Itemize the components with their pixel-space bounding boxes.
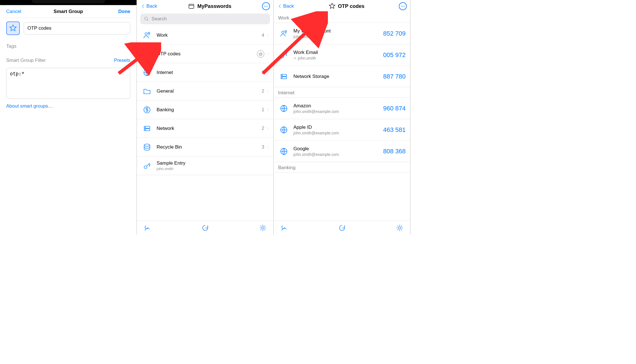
item-label: Sample Entry — [157, 160, 270, 166]
done-button[interactable]: Done — [118, 9, 131, 14]
section-header: Work — [274, 12, 410, 23]
list-item[interactable]: Work 4 — [137, 26, 273, 45]
list-item[interactable]: Internet 3 — [137, 63, 273, 82]
entry-subtitle: john.smith@example.com — [293, 152, 383, 157]
folder-icon — [143, 87, 151, 95]
entry-subtitle: john.smith@example.com — [293, 131, 383, 135]
more-menu-button[interactable]: ⋯ — [262, 2, 270, 10]
item-count: 2 — [262, 88, 264, 94]
more-menu-button[interactable]: ⋯ — [399, 2, 407, 10]
back-button[interactable]: Back — [277, 3, 294, 9]
item-count: 3 — [262, 144, 264, 150]
list-item[interactable]: Banking 1 — [137, 101, 273, 119]
entry-row[interactable]: Googlejohn.smith@example.com 808 368 — [274, 141, 410, 162]
chevron-right-icon — [266, 88, 270, 94]
db-title: MyPasswords — [188, 3, 231, 10]
tags-row[interactable]: Tags — [6, 40, 130, 53]
entry-row[interactable]: Network Storage 887 780 — [274, 66, 410, 87]
status-bar — [0, 0, 137, 5]
chevron-right-icon — [266, 107, 270, 113]
group-title: OTP codes — [328, 3, 365, 10]
section-header: Banking — [274, 162, 410, 173]
globe-icon — [280, 147, 288, 156]
settings-icon[interactable] — [259, 224, 267, 232]
key-icon — [280, 51, 288, 59]
item-count: 4 — [262, 32, 264, 38]
list-item[interactable]: OTP codes @ — [137, 45, 273, 63]
entry-subtitle: john.smith — [293, 56, 383, 60]
entry-row[interactable]: Amazonjohn.smith@example.com 960 874 — [274, 98, 410, 119]
chevron-right-icon — [266, 51, 270, 57]
search-input[interactable]: Search — [140, 14, 270, 24]
entry-row[interactable]: My Work Accountjohn.smith 852 709 — [274, 23, 410, 44]
reference-arrow-icon — [293, 56, 297, 60]
refresh-icon[interactable] — [338, 224, 346, 232]
entry-subtitle: john.smith — [293, 34, 383, 39]
otp-code: 808 368 — [383, 148, 406, 155]
list-item[interactable]: Network 2 — [137, 119, 273, 138]
about-smart-groups-link[interactable]: About smart groups… — [6, 103, 53, 109]
tools-icon[interactable] — [280, 224, 288, 232]
server-icon — [143, 124, 151, 133]
entry-title: My Work Account — [293, 28, 383, 34]
item-label: Network — [157, 126, 262, 131]
otp-code: 852 709 — [383, 30, 406, 37]
chevron-right-icon — [125, 43, 130, 49]
otp-code: 960 874 — [383, 105, 406, 112]
chevron-right-icon — [266, 32, 270, 38]
entry-title: Google — [293, 146, 383, 152]
key-icon — [143, 162, 151, 170]
tags-label: Tags — [6, 43, 16, 49]
chevron-right-icon — [266, 69, 270, 76]
tools-icon[interactable] — [143, 224, 152, 232]
item-label: Internet — [157, 70, 262, 75]
list-item[interactable]: Sample Entryjohn.smith — [137, 156, 273, 175]
item-label: OTP codes — [157, 51, 257, 57]
globe-icon — [280, 104, 288, 113]
person-key-icon — [143, 31, 151, 40]
list-item[interactable]: Recycle Bin 3 — [137, 138, 273, 156]
sheet-title: Smart Group — [54, 9, 83, 14]
chevron-right-icon — [266, 144, 270, 150]
db-icon — [143, 143, 151, 151]
item-subtitle: john.smith — [157, 167, 270, 171]
cancel-button[interactable]: Cancel — [6, 9, 21, 14]
item-label: Recycle Bin — [157, 144, 262, 150]
group-icon-picker[interactable] — [6, 21, 20, 35]
item-label: Work — [157, 32, 262, 38]
navbar: Cancel Smart Group Done — [2, 5, 134, 18]
globe-icon — [280, 126, 288, 134]
refresh-icon[interactable] — [201, 224, 209, 232]
presets-button[interactable]: Presets — [114, 58, 130, 63]
item-count: 3 — [262, 70, 264, 75]
chevron-right-icon — [266, 125, 270, 132]
item-count: 2 — [262, 126, 264, 131]
search-placeholder: Search — [152, 16, 167, 22]
person-key-icon — [280, 29, 288, 38]
star-icon — [328, 3, 336, 10]
item-label: Banking — [157, 107, 262, 113]
settings-icon[interactable] — [395, 224, 404, 232]
otp-code: 005 972 — [383, 51, 406, 59]
at-icon: @ — [257, 50, 264, 58]
item-label: General — [157, 88, 262, 94]
chevron-left-icon — [277, 3, 283, 9]
search-icon — [144, 16, 149, 22]
list-item[interactable]: General 2 — [137, 82, 273, 101]
filter-textarea[interactable]: otp:* — [6, 68, 130, 99]
star-icon — [9, 24, 17, 32]
dollar-icon — [143, 106, 151, 114]
entry-row[interactable]: Apple IDjohn.smith@example.com 463 581 — [274, 119, 410, 141]
back-button[interactable]: Back — [140, 3, 157, 9]
entry-title: Amazon — [293, 103, 383, 109]
filter-label: Smart Group Filter — [6, 58, 46, 63]
globe-icon — [143, 68, 151, 77]
item-count: 1 — [262, 107, 264, 113]
otp-code: 887 780 — [383, 73, 406, 80]
entry-row[interactable]: Work Emailjohn.smith 005 972 — [274, 44, 410, 66]
server-icon — [280, 72, 288, 81]
otp-code: 463 581 — [383, 126, 406, 134]
group-name-input[interactable] — [24, 22, 130, 34]
chevron-left-icon — [140, 3, 146, 9]
entry-subtitle: john.smith@example.com — [293, 109, 383, 114]
